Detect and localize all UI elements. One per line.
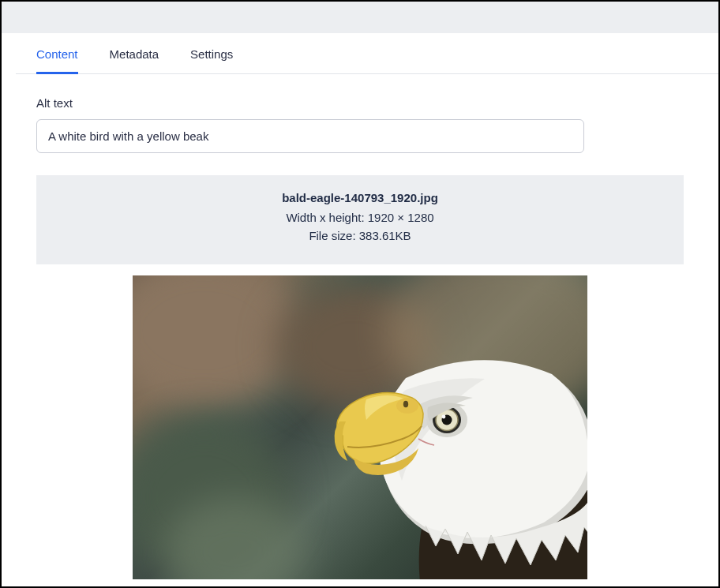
file-dimensions: Width x height: 1920 × 1280 (36, 211, 684, 224)
filesize-value: 383.61KB (359, 229, 411, 242)
content-panel: Alt text bald-eagle-140793_1920.jpg Widt… (2, 74, 718, 579)
alt-text-input[interactable] (36, 119, 584, 153)
image-preview (133, 275, 587, 579)
tab-metadata[interactable]: Metadata (110, 33, 159, 74)
file-info-card: bald-eagle-140793_1920.jpg Width x heigh… (36, 175, 684, 264)
tab-content[interactable]: Content (36, 33, 78, 74)
image-preview-container (36, 275, 684, 579)
dimensions-label: Width x height: (286, 211, 364, 224)
eagle-illustration (248, 303, 587, 579)
file-size: File size: 383.61KB (36, 229, 684, 242)
filesize-label: File size: (309, 229, 355, 242)
file-name: bald-eagle-140793_1920.jpg (36, 191, 684, 204)
svg-point-7 (442, 415, 446, 419)
tab-settings[interactable]: Settings (190, 33, 233, 74)
tab-bar: Content Metadata Settings (16, 33, 718, 74)
top-bar (2, 2, 718, 33)
svg-point-1 (403, 401, 408, 407)
dimensions-value: 1920 × 1280 (368, 211, 434, 224)
alt-text-label: Alt text (36, 96, 684, 110)
